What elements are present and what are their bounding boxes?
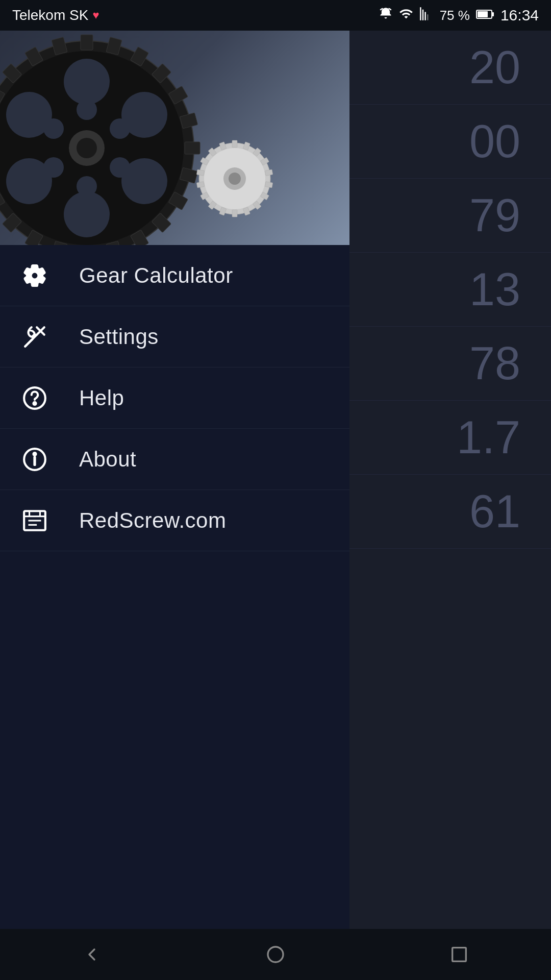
home-button[interactable] [250, 937, 301, 972]
svg-rect-50 [265, 182, 273, 188]
help-label: Help [79, 386, 124, 410]
about-icon [20, 445, 48, 473]
svg-rect-11 [185, 142, 200, 154]
web-icon [20, 506, 48, 534]
svg-rect-1 [492, 12, 494, 16]
svg-rect-5 [81, 35, 93, 50]
battery-icon [476, 8, 494, 23]
bg-number-row: 20 [349, 31, 551, 105]
status-bar-left: Telekom SK ♥ [12, 7, 99, 23]
bg-number-4: 13 [469, 262, 536, 317]
svg-rect-45 [232, 140, 237, 148]
svg-point-38 [77, 176, 97, 197]
settings-label: Settings [79, 325, 159, 349]
redscrew-label: RedScrew.com [79, 508, 226, 533]
battery-percentage: 75 % [440, 8, 470, 23]
gear-calculator-label: Gear Calculator [79, 263, 233, 288]
bg-number-row: 78 [349, 327, 551, 401]
bg-numbers-panel: 20 00 79 13 78 1.7 61 [349, 31, 551, 980]
bg-number-row: 79 [349, 179, 551, 253]
alarm-icon [379, 7, 393, 24]
svg-point-40 [43, 118, 64, 139]
svg-point-64 [229, 173, 241, 185]
help-icon [20, 384, 48, 412]
navigation-drawer: Gear Calculator Settings [0, 31, 349, 929]
svg-rect-54 [232, 210, 237, 217]
back-button[interactable] [66, 937, 117, 972]
svg-point-29 [64, 59, 110, 105]
menu-item-gear-calculator[interactable]: Gear Calculator [0, 245, 349, 306]
bg-number-row: 1.7 [349, 401, 551, 475]
bg-number-row: 00 [349, 105, 551, 179]
bg-number-2: 00 [469, 114, 536, 169]
svg-rect-49 [265, 169, 273, 176]
heart-icon: ♥ [92, 9, 99, 22]
svg-point-32 [64, 191, 110, 237]
bg-number-3: 79 [469, 188, 536, 243]
svg-rect-59 [196, 169, 205, 176]
bg-number-6: 1.7 [457, 410, 536, 465]
svg-point-73 [33, 453, 36, 455]
svg-point-80 [268, 947, 283, 962]
status-bar-right: 75 % 16:34 [379, 7, 539, 24]
svg-point-70 [33, 402, 36, 404]
menu-item-redscrew[interactable]: RedScrew.com [0, 490, 349, 551]
svg-point-42 [77, 138, 97, 158]
bg-number-1: 20 [469, 40, 536, 95]
bg-number-row: 61 [349, 475, 551, 549]
status-bar: Telekom SK ♥ 75 % [0, 0, 551, 31]
time-display: 16:34 [500, 7, 539, 24]
svg-point-35 [77, 100, 97, 120]
recent-apps-button[interactable] [434, 937, 485, 972]
svg-rect-81 [453, 948, 466, 962]
menu-item-help[interactable]: Help [0, 368, 349, 429]
menu-item-settings[interactable]: Settings [0, 306, 349, 368]
gear-calc-icon [20, 261, 48, 289]
carrier-name: Telekom SK [12, 7, 88, 23]
wifi-icon [399, 7, 413, 24]
svg-rect-58 [196, 182, 205, 188]
signal-icon [419, 7, 434, 24]
bg-number-7: 61 [469, 484, 536, 539]
bg-number-5: 78 [469, 336, 536, 391]
menu-list: Gear Calculator Settings [0, 245, 349, 929]
gear-illustration [0, 31, 281, 245]
drawer-header [0, 31, 349, 245]
menu-item-about[interactable]: About [0, 429, 349, 490]
svg-point-39 [43, 157, 64, 178]
bg-number-row: 13 [349, 253, 551, 327]
svg-point-37 [110, 157, 130, 178]
about-label: About [79, 447, 136, 472]
svg-point-36 [110, 118, 130, 139]
nav-bar [0, 929, 551, 980]
settings-icon [20, 323, 48, 351]
svg-rect-2 [478, 11, 488, 17]
